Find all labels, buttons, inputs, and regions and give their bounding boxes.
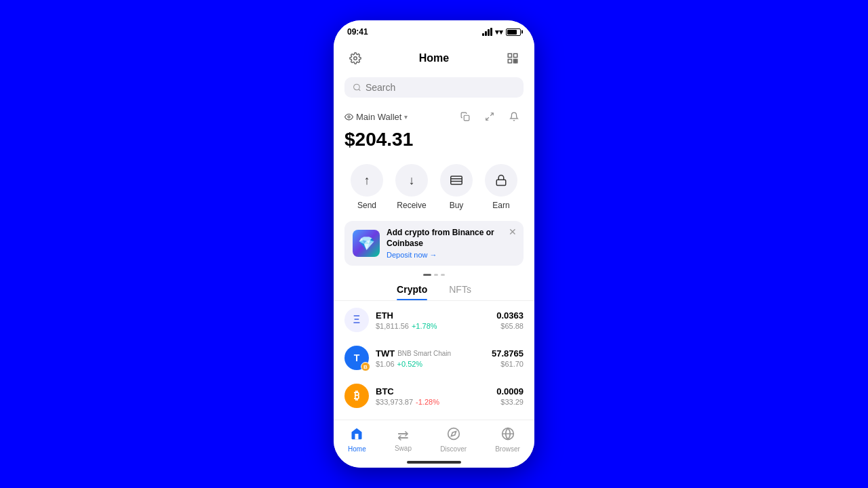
nav-browser[interactable]: Browser bbox=[490, 426, 526, 454]
buy-label: Buy bbox=[450, 201, 464, 210]
svg-rect-4 bbox=[513, 60, 515, 61]
svg-rect-10 bbox=[464, 115, 469, 121]
eth-symbol: ETH bbox=[376, 310, 393, 321]
twt-change: +0.52% bbox=[397, 360, 423, 368]
battery-icon bbox=[506, 28, 521, 36]
receive-action[interactable]: ↓ Receive bbox=[395, 164, 428, 210]
banner-image: 💎 bbox=[353, 230, 380, 257]
svg-point-0 bbox=[354, 57, 357, 60]
svg-line-11 bbox=[490, 113, 493, 116]
twt-symbol: TWT bbox=[376, 348, 395, 359]
svg-rect-5 bbox=[515, 60, 517, 61]
list-item[interactable]: Ð DOGE $0.06 -2.94% 125.59 $8.29 bbox=[334, 415, 534, 420]
search-bar[interactable] bbox=[344, 77, 524, 98]
settings-button[interactable] bbox=[344, 47, 366, 69]
wallet-name: Main Wallet bbox=[356, 112, 401, 122]
signal-icon bbox=[482, 28, 492, 36]
search-input[interactable] bbox=[366, 82, 515, 93]
btc-logo: ₿ bbox=[344, 384, 369, 408]
buy-action[interactable]: Buy bbox=[440, 164, 473, 210]
svg-rect-7 bbox=[515, 62, 517, 63]
eth-price: $1,811.56 bbox=[376, 322, 409, 330]
copy-button[interactable] bbox=[456, 107, 475, 126]
svg-rect-16 bbox=[496, 180, 506, 185]
svg-point-17 bbox=[448, 428, 459, 440]
quick-actions: ↑ Send ↓ Receive Buy bbox=[334, 159, 534, 221]
svg-point-9 bbox=[348, 115, 350, 117]
nav-home[interactable]: Home bbox=[342, 426, 372, 454]
btc-change: -1.28% bbox=[416, 398, 439, 406]
list-item[interactable]: T B TWT BNB Smart Chain $1.06 +0.52% 57.… bbox=[334, 339, 534, 377]
send-action[interactable]: ↑ Send bbox=[351, 164, 383, 210]
banner-dots bbox=[334, 274, 534, 276]
time-display: 09:41 bbox=[347, 27, 368, 37]
twt-info: TWT BNB Smart Chain $1.06 +0.52% bbox=[376, 348, 485, 368]
earn-icon bbox=[485, 164, 517, 197]
btc-symbol: BTC bbox=[376, 386, 394, 396]
eye-icon bbox=[344, 113, 353, 121]
eth-change: +1.78% bbox=[412, 322, 437, 330]
tab-crypto[interactable]: Crypto bbox=[397, 284, 427, 300]
twt-price: $1.06 bbox=[376, 360, 395, 368]
wifi-icon: ▾▾ bbox=[495, 28, 503, 37]
browser-nav-label: Browser bbox=[495, 445, 520, 453]
buy-icon bbox=[440, 164, 473, 197]
discover-nav-label: Discover bbox=[440, 445, 467, 453]
twt-chain: BNB Smart Chain bbox=[397, 350, 451, 357]
svg-rect-3 bbox=[508, 60, 511, 63]
deposit-link[interactable]: Deposit now → bbox=[387, 251, 515, 259]
tab-nfts[interactable]: NFTs bbox=[449, 284, 471, 300]
list-item[interactable]: ₿ BTC $33,973.87 -1.28% 0.0009 $33.29 bbox=[334, 377, 534, 415]
swap-nav-label: Swap bbox=[395, 445, 412, 452]
asset-tabs: Crypto NFTs bbox=[334, 279, 534, 301]
eth-logo: Ξ bbox=[344, 308, 369, 332]
dot-3 bbox=[441, 274, 445, 276]
wallet-label[interactable]: Main Wallet ▾ bbox=[344, 112, 408, 122]
status-bar: 09:41 ▾▾ bbox=[334, 20, 534, 41]
home-bar bbox=[407, 461, 461, 464]
wallet-action-buttons bbox=[456, 107, 524, 126]
banner-close-button[interactable]: ✕ bbox=[509, 226, 517, 237]
browser-icon bbox=[501, 427, 515, 444]
svg-rect-2 bbox=[513, 54, 517, 57]
receive-label: Receive bbox=[397, 201, 426, 210]
bell-button[interactable] bbox=[505, 107, 524, 126]
search-icon bbox=[353, 83, 361, 92]
page-title: Home bbox=[419, 52, 449, 64]
nav-discover[interactable]: Discover bbox=[435, 426, 472, 454]
svg-point-8 bbox=[354, 84, 360, 90]
btc-amount: 0.0009 $33.29 bbox=[496, 386, 524, 406]
svg-rect-13 bbox=[451, 176, 462, 184]
bottom-nav: Home ⇄ Swap Discover Browser bbox=[334, 420, 534, 458]
crypto-list: Ξ ETH $1,811.56 +1.78% 0.0363 $65.88 bbox=[334, 301, 534, 420]
earn-action[interactable]: Earn bbox=[485, 164, 517, 210]
svg-rect-6 bbox=[513, 62, 515, 63]
discover-icon bbox=[447, 427, 460, 444]
banner-content: Add crypto from Binance or Coinbase Depo… bbox=[387, 228, 515, 259]
home-icon bbox=[350, 427, 363, 444]
wallet-section: Main Wallet ▾ bbox=[334, 104, 534, 159]
dot-1 bbox=[423, 274, 431, 276]
svg-rect-1 bbox=[508, 54, 511, 57]
home-indicator bbox=[334, 458, 534, 468]
earn-label: Earn bbox=[492, 201, 509, 210]
qr-button[interactable] bbox=[502, 47, 524, 69]
btc-price: $33,973.87 bbox=[376, 398, 413, 406]
dot-2 bbox=[434, 274, 438, 276]
expand-button[interactable] bbox=[480, 107, 499, 126]
svg-marker-18 bbox=[451, 431, 456, 436]
eth-amount: 0.0363 $65.88 bbox=[496, 310, 524, 330]
svg-line-12 bbox=[486, 117, 489, 120]
banner-title: Add crypto from Binance or Coinbase bbox=[387, 228, 515, 249]
list-item[interactable]: Ξ ETH $1,811.56 +1.78% 0.0363 $65.88 bbox=[334, 301, 534, 339]
twt-logo: T B bbox=[344, 346, 369, 370]
receive-icon: ↓ bbox=[395, 164, 428, 197]
send-icon: ↑ bbox=[351, 164, 383, 197]
promo-banner: 💎 Add crypto from Binance or Coinbase De… bbox=[344, 221, 524, 266]
send-label: Send bbox=[357, 201, 376, 210]
twt-amount: 57.8765 $61.70 bbox=[492, 348, 524, 368]
eth-info: ETH $1,811.56 +1.78% bbox=[376, 310, 490, 330]
chevron-down-icon: ▾ bbox=[404, 113, 408, 121]
wallet-balance: $204.31 bbox=[344, 129, 524, 150]
nav-swap[interactable]: ⇄ Swap bbox=[389, 426, 417, 454]
